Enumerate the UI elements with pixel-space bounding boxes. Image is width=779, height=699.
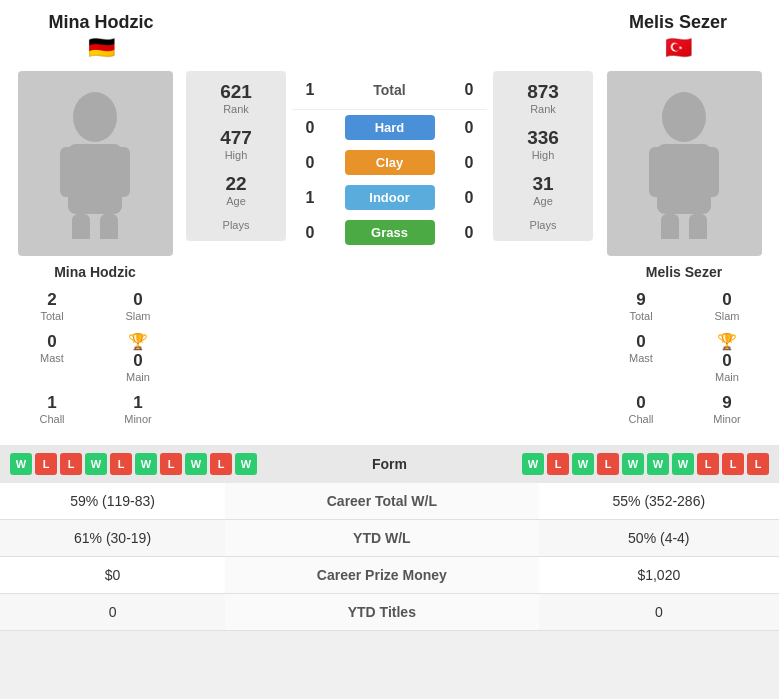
left-score-clay: 0 xyxy=(300,154,320,172)
left-minor-label: Minor xyxy=(98,413,178,425)
right-age-item: 31 Age xyxy=(532,173,553,207)
form-badge-l: L xyxy=(597,453,619,475)
center-stat-2: Career Prize Money xyxy=(225,557,539,594)
right-age-label: Age xyxy=(532,195,553,207)
right-form-badges: WLWLWWWLLL xyxy=(522,453,769,475)
left-total-label: Total xyxy=(12,310,92,322)
svg-rect-4 xyxy=(72,214,90,239)
svg-rect-5 xyxy=(100,214,118,239)
comparison-row: 59% (119-83) Career Total W/L 55% (352-2… xyxy=(0,483,779,520)
right-main-cell: 🏆 0 Main xyxy=(685,328,769,387)
total-label: Total xyxy=(373,82,405,98)
left-main-label: Main xyxy=(98,371,178,383)
left-mid-stats: 621 Rank 477 High 22 Age Plays xyxy=(186,71,286,241)
left-stat-0: 59% (119-83) xyxy=(0,483,225,520)
form-badge-w: W xyxy=(622,453,644,475)
right-chall-label: Chall xyxy=(601,413,681,425)
left-rank-label: Rank xyxy=(220,103,252,115)
right-high-label: High xyxy=(527,149,559,161)
left-age-label: Age xyxy=(225,195,246,207)
right-minor-value: 9 xyxy=(687,393,767,413)
left-player-name: Mina Hodzic xyxy=(48,12,153,33)
left-chall-value: 1 xyxy=(12,393,92,413)
right-score-indoor: 0 xyxy=(459,189,479,207)
right-player-col: Melis Sezer 9 Total 0 Slam 0 Mast 🏆 0 M xyxy=(599,71,769,429)
form-badge-w: W xyxy=(10,453,32,475)
left-form-badges: WLLWLWLWLW xyxy=(10,453,257,475)
form-badge-w: W xyxy=(85,453,107,475)
svg-rect-9 xyxy=(701,147,719,197)
right-slam-cell: 0 Slam xyxy=(685,286,769,326)
top-section: Mina Hodzic 2 Total 0 Slam 0 Mast 🏆 0 M xyxy=(0,61,779,439)
form-label: Form xyxy=(372,456,407,472)
left-slam-cell: 0 Slam xyxy=(96,286,180,326)
left-mast-label: Mast xyxy=(12,352,92,364)
form-badge-l: L xyxy=(35,453,57,475)
center-block: 1 Total 0 0 Hard 0 0 Clay 0 1 Indoor 0 0… xyxy=(292,71,487,250)
right-chall-cell: 0 Chall xyxy=(599,389,683,429)
left-trophy-icon: 🏆 xyxy=(128,333,148,350)
form-badge-l: L xyxy=(722,453,744,475)
form-badge-l: L xyxy=(60,453,82,475)
surface-btn-clay[interactable]: Clay xyxy=(345,150,435,175)
right-rank-item: 873 Rank xyxy=(527,81,559,115)
left-player-photo xyxy=(18,71,173,256)
left-silhouette xyxy=(50,89,140,239)
right-main-label: Main xyxy=(687,371,767,383)
form-badge-w: W xyxy=(522,453,544,475)
right-score-clay: 0 xyxy=(459,154,479,172)
right-plays-label: Plays xyxy=(530,219,557,231)
left-rank-value: 621 xyxy=(220,81,252,103)
form-badge-w: W xyxy=(572,453,594,475)
svg-rect-2 xyxy=(60,147,78,197)
surface-row-clay: 0 Clay 0 xyxy=(292,145,487,180)
right-chall-value: 0 xyxy=(601,393,681,413)
right-player-name-label: Melis Sezer xyxy=(646,264,722,280)
left-player-col: Mina Hodzic 2 Total 0 Slam 0 Mast 🏆 0 M xyxy=(10,71,180,429)
right-player-photo xyxy=(607,71,762,256)
right-minor-cell: 9 Minor xyxy=(685,389,769,429)
surface-row-indoor: 1 Indoor 0 xyxy=(292,180,487,215)
player-names-row: Mina Hodzic 🇩🇪 Melis Sezer 🇹🇷 xyxy=(0,0,779,61)
right-minor-label: Minor xyxy=(687,413,767,425)
left-minor-cell: 1 Minor xyxy=(96,389,180,429)
right-high-value: 336 xyxy=(527,127,559,149)
left-high-value: 477 xyxy=(220,127,252,149)
left-high-label: High xyxy=(220,149,252,161)
right-total-score: 0 xyxy=(459,81,479,99)
left-age-value: 22 xyxy=(225,173,246,195)
right-rank-value: 873 xyxy=(527,81,559,103)
left-total-cell: 2 Total xyxy=(10,286,94,326)
form-badge-l: L xyxy=(747,453,769,475)
right-score-hard: 0 xyxy=(459,119,479,137)
right-silhouette xyxy=(639,89,729,239)
surface-row-hard: 0 Hard 0 xyxy=(292,110,487,145)
form-badge-l: L xyxy=(697,453,719,475)
total-row: 1 Total 0 xyxy=(292,71,487,110)
comparison-row: $0 Career Prize Money $1,020 xyxy=(0,557,779,594)
left-total-score: 1 xyxy=(300,81,320,99)
surface-btn-indoor[interactable]: Indoor xyxy=(345,185,435,210)
right-mast-label: Mast xyxy=(601,352,681,364)
center-stat-1: YTD W/L xyxy=(225,520,539,557)
right-main-value: 0 xyxy=(687,351,767,371)
form-badge-w: W xyxy=(647,453,669,475)
left-plays-label: Plays xyxy=(223,219,250,231)
form-badge-l: L xyxy=(110,453,132,475)
surface-btn-hard[interactable]: Hard xyxy=(345,115,435,140)
left-score-hard: 0 xyxy=(300,119,320,137)
right-mast-cell: 0 Mast xyxy=(599,328,683,387)
form-badge-w: W xyxy=(185,453,207,475)
surface-btn-grass[interactable]: Grass xyxy=(345,220,435,245)
right-stat-3: 0 xyxy=(539,594,779,631)
left-slam-value: 0 xyxy=(98,290,178,310)
right-flag: 🇹🇷 xyxy=(665,35,692,61)
left-mast-value: 0 xyxy=(12,332,92,352)
svg-point-0 xyxy=(73,92,117,142)
right-stats-grid: 9 Total 0 Slam 0 Mast 🏆 0 Main 0 xyxy=(599,286,769,429)
right-player-name: Melis Sezer xyxy=(629,12,727,33)
form-badge-l: L xyxy=(160,453,182,475)
left-chall-cell: 1 Chall xyxy=(10,389,94,429)
right-total-value: 9 xyxy=(601,290,681,310)
main-container: Mina Hodzic 🇩🇪 Melis Sezer 🇹🇷 xyxy=(0,0,779,631)
